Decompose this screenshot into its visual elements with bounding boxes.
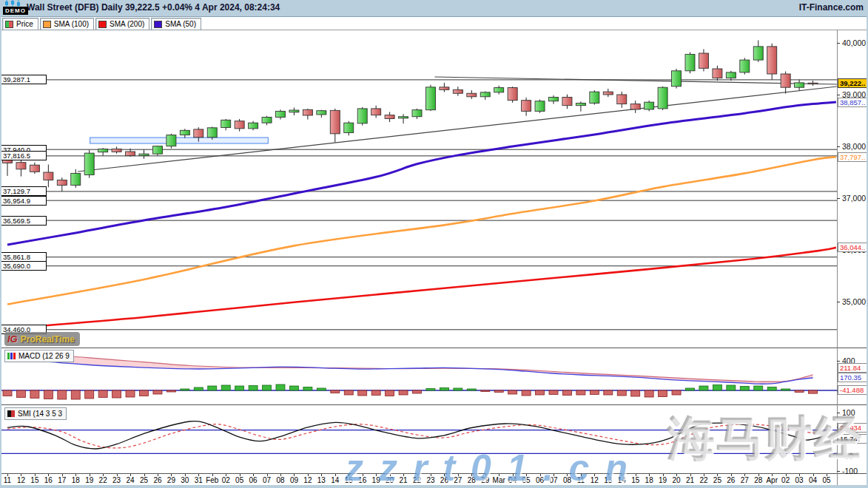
candle xyxy=(126,152,135,156)
sma50-series-icon xyxy=(154,21,162,28)
candle xyxy=(590,92,599,103)
price-level-label[interactable]: 36,954.9 xyxy=(1,196,47,206)
brand-link[interactable]: IT-Finance.com xyxy=(799,2,864,13)
price-pane[interactable] xyxy=(0,41,837,330)
date-label: 27 xyxy=(454,476,462,484)
candle xyxy=(467,93,477,97)
price-level-label[interactable]: 37,129.7 xyxy=(1,186,47,196)
macd-hist-bar xyxy=(467,389,476,390)
candle xyxy=(207,128,217,138)
date-label: 08 xyxy=(276,476,284,484)
date-label: 22 xyxy=(413,476,421,484)
smi-indicator-label[interactable]: SMI (14 3 5 3 xyxy=(4,407,67,420)
macd-hist-bar xyxy=(166,390,175,392)
macd-icon xyxy=(7,353,16,359)
price-level-label[interactable]: 36,569.5 xyxy=(1,216,47,226)
date-label: 16 xyxy=(44,476,53,484)
candle xyxy=(699,53,708,68)
macd-indicator-label[interactable]: MACD (12 26 9 xyxy=(4,350,74,362)
macd-hist-bar xyxy=(494,390,503,393)
date-label: 11 xyxy=(577,476,585,484)
date-axis[interactable]: 111215161718192223242526293031Feb0205060… xyxy=(0,474,837,485)
macd-hist-bar xyxy=(371,390,380,396)
macd-hist-bar xyxy=(576,390,585,395)
date-label: 12 xyxy=(17,476,25,484)
candle xyxy=(576,104,585,106)
date-label: 23 xyxy=(112,476,121,484)
candle xyxy=(385,115,394,119)
date-label: 20 xyxy=(386,476,394,484)
macd-hist-bar xyxy=(754,386,763,390)
candle xyxy=(84,153,94,174)
chart-canvas[interactable] xyxy=(0,0,868,488)
price-level-label[interactable]: 37,816.5 xyxy=(1,151,47,160)
candle xyxy=(522,101,531,112)
date-label: 05 xyxy=(235,476,243,484)
smi-signal-line xyxy=(7,424,821,448)
candle xyxy=(425,87,435,110)
candle xyxy=(603,92,613,95)
macd-hist-bar xyxy=(549,390,558,395)
macd-hist-bar xyxy=(344,390,353,395)
price-axis-border xyxy=(837,30,838,485)
macd-hist-bar xyxy=(767,387,776,391)
macd-hist-bar xyxy=(604,390,613,395)
date-label: 13 xyxy=(604,476,612,484)
macd-hist-bar xyxy=(112,390,121,398)
sma200-line xyxy=(7,248,836,329)
date-label: 19 xyxy=(659,476,667,484)
macd-hist-bar xyxy=(536,390,545,395)
candle xyxy=(317,111,326,115)
macd-hist-bar xyxy=(727,385,736,390)
candle xyxy=(480,92,490,97)
candle xyxy=(194,129,203,138)
macd-hist-bar xyxy=(440,388,448,391)
legend-item-sma50[interactable]: SMA (50) xyxy=(151,18,201,30)
candle xyxy=(562,98,572,106)
macd-hist-bar xyxy=(235,386,244,390)
macd-hist-bar xyxy=(686,388,695,390)
macd-pane[interactable] xyxy=(0,355,837,399)
legend-item-price[interactable]: Price xyxy=(2,18,38,30)
candle xyxy=(166,135,176,146)
date-label: 14 xyxy=(331,476,339,484)
legend-item-sma200[interactable]: SMA (200) xyxy=(95,18,149,30)
candle xyxy=(71,173,81,185)
macd-hist-bar xyxy=(263,385,272,390)
macd-hist-bar xyxy=(386,390,394,396)
date-label: 07 xyxy=(549,476,557,484)
pane-separator[interactable] xyxy=(0,348,868,348)
date-label: 15 xyxy=(30,476,38,484)
candle xyxy=(344,123,354,132)
candle xyxy=(453,89,462,93)
date-label: 17 xyxy=(58,476,66,484)
legend-label: SMA (100) xyxy=(54,20,89,28)
macd-hist-bar xyxy=(317,388,326,390)
date-label: 04 xyxy=(809,476,817,484)
date-label: 05 xyxy=(522,476,531,484)
candle xyxy=(808,83,818,84)
price-level-label[interactable]: 39,287.1 xyxy=(1,75,47,84)
date-label: 02 xyxy=(222,476,230,484)
prorealtime-logo: IG ProRealTime xyxy=(4,332,80,346)
date-label: 04 xyxy=(508,476,517,484)
smi-pane[interactable] xyxy=(0,421,837,454)
date-label: 28 xyxy=(468,476,476,484)
demo-badge: DEMO xyxy=(3,7,28,15)
candle xyxy=(98,149,108,152)
date-label: 18 xyxy=(645,476,653,484)
prorealtime-text: ProRealTime xyxy=(21,334,75,345)
legend-item-sma100[interactable]: SMA (100) xyxy=(40,18,94,30)
pane-separator[interactable] xyxy=(0,404,868,405)
candle xyxy=(30,165,39,172)
macd-hist-bar xyxy=(659,390,667,397)
candle xyxy=(371,109,381,115)
date-label: 02 xyxy=(781,476,790,484)
candle xyxy=(235,121,244,129)
date-label: 12 xyxy=(591,476,599,484)
price-level-label[interactable]: 35,690.0 xyxy=(1,261,47,271)
candle xyxy=(508,88,517,101)
candle xyxy=(289,110,299,112)
macd-hist-bar xyxy=(713,385,721,391)
macd-hist-bar xyxy=(699,386,708,390)
